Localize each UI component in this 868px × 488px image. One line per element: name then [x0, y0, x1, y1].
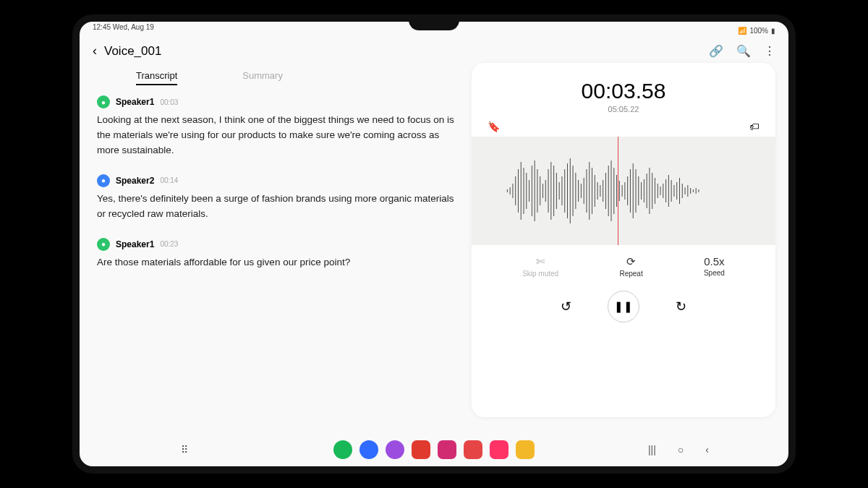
current-time: 00:03.58 — [483, 79, 764, 103]
tag-icon[interactable]: 🏷 — [749, 121, 760, 132]
speed-option[interactable]: 0.5x Speed — [704, 255, 725, 278]
back-button[interactable]: ‹ — [93, 43, 97, 59]
skip-muted-option[interactable]: ✄ Skip muted — [522, 255, 558, 278]
tab-summary[interactable]: Summary — [242, 70, 283, 85]
audio-player-panel: 00:03.58 05:05.22 🔖 🏷 ✄ Skip muted — [472, 63, 775, 417]
speaker-avatar: ● — [97, 238, 110, 251]
dock-app[interactable] — [333, 440, 352, 459]
dock-app[interactable] — [464, 440, 482, 459]
dock-app[interactable] — [516, 440, 535, 459]
dock-app[interactable] — [386, 440, 404, 459]
repeat-option[interactable]: ⟳ Repeat — [619, 255, 642, 278]
nav-recent[interactable]: ||| — [648, 444, 656, 455]
total-time: 05:05.22 — [483, 105, 764, 114]
status-time: 12:45 Wed, Aug 19 — [93, 23, 154, 38]
transcript-entry[interactable]: ● Speaker1 00:23 Are those materials aff… — [97, 238, 457, 270]
dock-app[interactable] — [438, 440, 456, 459]
nav-home[interactable]: ○ — [678, 444, 684, 455]
speaker-name: Speaker1 — [116, 239, 154, 249]
dock-app[interactable] — [359, 440, 378, 459]
entry-timestamp: 00:23 — [160, 240, 178, 248]
battery-text: 100% — [749, 27, 768, 35]
entry-timestamp: 00:03 — [160, 98, 178, 106]
repeat-icon: ⟳ — [619, 255, 642, 268]
transcript-entry[interactable]: ● Speaker1 00:03 Looking at the next sea… — [97, 95, 457, 158]
speaker-name: Speaker2 — [116, 176, 154, 186]
entry-text: Are those materials affordable for us gi… — [97, 255, 457, 270]
translate-icon[interactable]: 🔗 — [709, 44, 723, 58]
speaker-avatar: ● — [97, 174, 110, 187]
wifi-icon: 📶 — [738, 27, 746, 35]
speaker-name: Speaker1 — [116, 97, 154, 107]
pause-button[interactable]: ❚❚ — [608, 291, 639, 322]
forward-button[interactable]: ↻ — [676, 299, 686, 314]
app-header: ‹ Voice_001 🔗 🔍 ⋮ — [80, 38, 788, 63]
search-icon[interactable]: 🔍 — [736, 44, 751, 58]
speaker-avatar: ● — [97, 95, 110, 108]
dock: ⠿ ||| ○ ‹ — [80, 440, 788, 459]
rewind-button[interactable]: ↺ — [561, 299, 571, 314]
nav-back[interactable]: ‹ — [705, 444, 709, 455]
entry-timestamp: 00:14 — [160, 176, 178, 184]
tab-transcript[interactable]: Transcript — [136, 70, 177, 85]
skip-muted-icon: ✄ — [522, 255, 558, 268]
waveform[interactable] — [472, 137, 775, 245]
app-drawer-icon[interactable]: ⠿ — [181, 444, 188, 455]
battery-icon: ▮ — [771, 27, 775, 35]
entry-text: Yes, there's definitely been a surge of … — [97, 192, 457, 222]
entry-text: Looking at the next season, I think one … — [97, 113, 457, 158]
dock-app[interactable] — [412, 440, 430, 459]
transcript-entry[interactable]: ● Speaker2 00:14 Yes, there's definitely… — [97, 174, 457, 222]
more-icon[interactable]: ⋮ — [764, 44, 775, 58]
page-title: Voice_001 — [104, 44, 709, 59]
bookmark-icon[interactable]: 🔖 — [488, 121, 500, 132]
dock-app[interactable] — [490, 440, 509, 459]
